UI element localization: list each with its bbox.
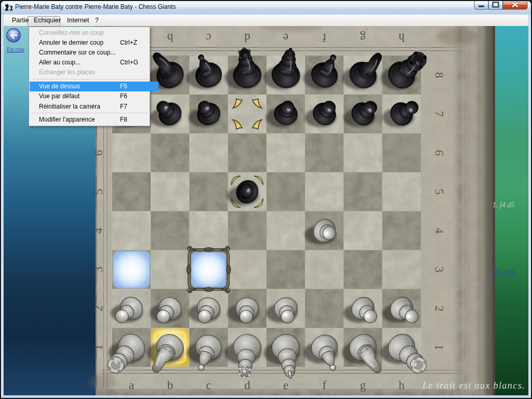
svg-text:2: 2: [433, 305, 446, 312]
svg-text:g: g: [360, 379, 366, 392]
svg-text:3: 3: [92, 267, 105, 273]
svg-text:1. f4 d5: 1. f4 d5: [493, 201, 514, 209]
svg-text:1: 1: [433, 344, 446, 351]
svg-text:h: h: [398, 379, 405, 392]
svg-text:4: 4: [433, 228, 446, 234]
svg-text:c: c: [206, 379, 211, 392]
svg-text:h: h: [398, 31, 405, 44]
svg-text:e: e: [283, 31, 288, 44]
svg-text:8: 8: [433, 72, 446, 78]
svg-text:1: 1: [92, 344, 105, 351]
svg-text:6: 6: [92, 150, 105, 156]
svg-text:b: b: [167, 379, 174, 392]
svg-text:2: 2: [92, 305, 105, 312]
svg-text:35:05: 35:05: [491, 267, 516, 278]
svg-text:f: f: [322, 31, 326, 44]
svg-text:f: f: [323, 379, 327, 392]
svg-text:5: 5: [433, 189, 446, 195]
svg-text:g: g: [360, 31, 366, 44]
svg-text:7: 7: [433, 111, 446, 117]
svg-text:En cou: En cou: [7, 46, 24, 53]
svg-text:6: 6: [433, 150, 446, 156]
svg-text:Le trait est aux blancs.: Le trait est aux blancs.: [422, 380, 525, 391]
svg-text:d: d: [244, 379, 250, 392]
svg-text:c: c: [206, 31, 211, 44]
svg-text:4: 4: [92, 228, 105, 234]
svg-text:3: 3: [433, 267, 446, 273]
svg-text:a: a: [129, 379, 134, 392]
svg-text:e: e: [283, 379, 288, 392]
svg-text:d: d: [244, 31, 250, 44]
svg-text:5: 5: [92, 189, 105, 195]
svg-text:b: b: [167, 31, 174, 44]
